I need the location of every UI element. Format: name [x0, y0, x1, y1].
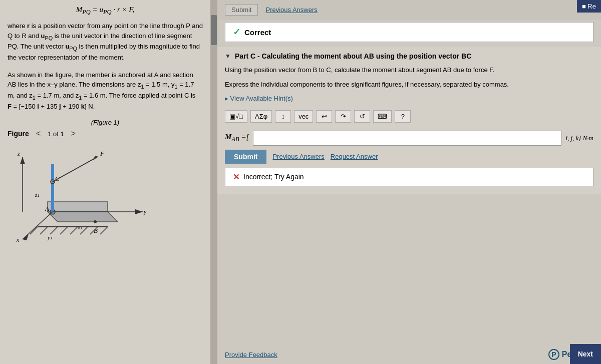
figure-label: Figure	[8, 130, 29, 138]
svg-marker-28	[23, 234, 29, 240]
svg-text:F: F	[100, 150, 105, 157]
part-c-desc2: Express the individual components to thr…	[225, 80, 593, 90]
submit-button[interactable]: Submit	[225, 150, 266, 164]
math-btn-fraction[interactable]: ▣√□	[225, 110, 247, 123]
request-answer-link[interactable]: Request Answer	[331, 153, 378, 160]
svg-marker-10	[48, 202, 108, 212]
checkmark-icon: ✓	[233, 27, 240, 38]
figure-prev-btn[interactable]: <	[33, 128, 44, 139]
svg-marker-9	[48, 212, 118, 222]
math-btn-keyboard[interactable]: ⌨	[373, 110, 392, 123]
svg-point-13	[94, 220, 97, 223]
scrollbar-thumb[interactable]	[211, 15, 217, 45]
svg-text:z₁: z₁	[35, 192, 39, 198]
top-bar: Submit Previous Answers	[217, 0, 601, 20]
part-c-header: ▼ Part C - Calculating the moment about …	[225, 52, 593, 60]
svg-text:z: z	[17, 150, 20, 157]
bottom-bar: Provide Feedback P Pearson	[217, 345, 601, 364]
main-container: MPQ = uPQ · r × F, where r is a position…	[0, 0, 601, 364]
description-text: where r is a position vector from any po…	[8, 21, 203, 63]
svg-marker-22	[20, 157, 25, 164]
math-btn-vec[interactable]: vec	[294, 110, 313, 123]
right-container: Submit Previous Answers ✓ Correct ▼ Part…	[210, 0, 601, 364]
re-button[interactable]: ■ Re	[577, 0, 601, 13]
submit-button-top[interactable]: Submit	[225, 4, 258, 16]
svg-line-5	[70, 227, 78, 234]
svg-line-2	[40, 227, 48, 234]
math-btn-undo[interactable]: ↩	[316, 110, 332, 123]
right-content: Submit Previous Answers ✓ Correct ▼ Part…	[217, 0, 601, 364]
incorrect-box: ✕ Incorrect; Try Again	[225, 168, 593, 186]
figure-diagram: A B C F z	[8, 142, 193, 247]
svg-text:x₁: x₁	[77, 224, 82, 230]
description-text-2: As shown in the figure, the member is an…	[8, 70, 203, 112]
figure-nav-label: 1 of 1	[48, 130, 64, 138]
scrollbar[interactable]	[210, 0, 217, 364]
m-ab-label: MAB =[	[225, 133, 249, 143]
svg-line-3	[50, 227, 58, 234]
hint-link[interactable]: ▸ View Available Hint(s)	[225, 95, 293, 102]
incorrect-label: Incorrect; Try Again	[243, 173, 304, 181]
math-btn-redo[interactable]: ↷	[335, 110, 351, 123]
math-btn-help[interactable]: ?	[395, 110, 411, 123]
math-toolbar: ▣√□ ΑΣφ ↕ vec ↩ ↷ ↺ ⌨ ?	[225, 106, 593, 127]
svg-line-4	[60, 227, 68, 234]
part-c-section: ▼ Part C - Calculating the moment about …	[217, 47, 601, 194]
provide-feedback-link[interactable]: Provide Feedback	[225, 351, 277, 358]
math-btn-arrows[interactable]: ↕	[275, 110, 291, 123]
svg-marker-25	[135, 209, 143, 214]
x-icon: ✕	[233, 172, 239, 182]
left-panel: MPQ = uPQ · r × F, where r is a position…	[0, 0, 210, 364]
svg-text:B: B	[94, 227, 98, 234]
answer-row: MAB =[ i, j, k] N·m	[225, 131, 593, 146]
submit-row: Submit Previous Answers Request Answer	[225, 150, 593, 164]
previous-answers-link[interactable]: Previous Answers	[272, 153, 324, 160]
collapse-arrow-icon[interactable]: ▼	[225, 53, 231, 60]
figure-section: (Figure 1) Figure < 1 of 1 >	[8, 119, 203, 247]
figure-next-btn[interactable]: >	[68, 128, 79, 139]
formula: MPQ = uPQ · r × F,	[8, 5, 203, 16]
svg-line-1	[30, 227, 38, 234]
fraction-icon: ▣	[229, 113, 235, 120]
svg-marker-19	[93, 156, 98, 161]
figure-caption: (Figure 1)	[8, 119, 203, 126]
math-btn-symbols[interactable]: ΑΣφ	[250, 110, 272, 123]
correct-label: Correct	[244, 28, 271, 37]
svg-text:y₁: y₁	[47, 234, 52, 240]
svg-line-8	[100, 227, 108, 234]
svg-text:y: y	[143, 208, 147, 215]
figure-nav: Figure < 1 of 1 >	[8, 128, 203, 139]
pearson-p-icon: P	[548, 349, 559, 360]
svg-text:A: A	[45, 205, 49, 212]
svg-line-18	[53, 157, 98, 182]
svg-text:x: x	[16, 236, 20, 243]
math-btn-reset[interactable]: ↺	[354, 110, 370, 123]
next-button[interactable]: Next	[570, 344, 601, 364]
answer-input[interactable]	[253, 131, 561, 146]
correct-badge: ✓ Correct	[225, 22, 593, 42]
units-label: i, j, k] N·m	[565, 134, 593, 142]
part-c-desc1: Using the position vector from B to C, c…	[225, 65, 593, 76]
part-c-title: Part C - Calculating the moment about AB…	[235, 52, 471, 60]
previous-answers-link-top[interactable]: Previous Answers	[265, 6, 317, 14]
